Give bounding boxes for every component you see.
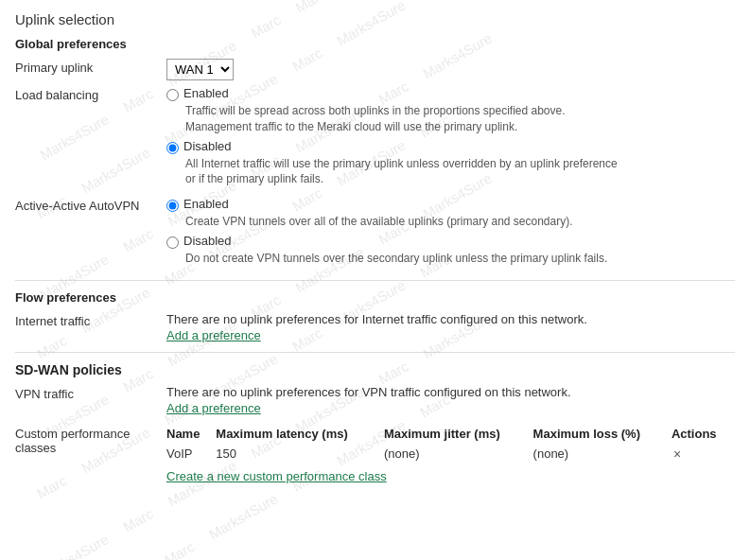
active-active-autovpn-row: Active-Active AutoVPN Enabled Create VPN…: [15, 197, 735, 271]
vpn-traffic-label: VPN traffic: [15, 385, 166, 401]
col-name: Name: [166, 425, 216, 445]
vpn-traffic-no-pref: There are no uplink preferences for VPN …: [166, 385, 735, 399]
primary-uplink-row: Primary uplink WAN 1 WAN 2: [15, 59, 735, 80]
internet-add-preference-link[interactable]: Add a preference: [166, 328, 261, 342]
active-active-autovpn-content: Enabled Create VPN tunnels over all of t…: [166, 197, 735, 271]
load-balancing-disabled-radio[interactable]: [166, 142, 179, 154]
custom-performance-classes-row: Custom performance classes Name Maximum …: [15, 425, 735, 483]
col-max-loss: Maximum loss (%): [533, 425, 672, 445]
cell-max-jitter: (none): [384, 445, 533, 464]
primary-uplink-label: Primary uplink: [15, 59, 166, 75]
load-balancing-label: Load balancing: [15, 86, 166, 102]
autovpn-disabled-radio[interactable]: [166, 236, 179, 249]
vpn-traffic-row: VPN traffic There are no uplink preferen…: [15, 385, 735, 415]
vpn-add-preference-link[interactable]: Add a preference: [166, 401, 261, 415]
internet-traffic-row: Internet traffic There are no uplink pre…: [15, 312, 735, 342]
custom-performance-classes-label: Custom performance classes: [15, 425, 166, 455]
performance-classes-table: Name Maximum latency (ms) Maximum jitter…: [166, 425, 735, 464]
col-actions: Actions: [672, 425, 735, 445]
cell-actions: ×: [672, 445, 735, 464]
col-max-latency: Maximum latency (ms): [216, 425, 384, 445]
load-balancing-enabled-label: Enabled: [183, 86, 229, 100]
load-balancing-row: Load balancing Enabled Traffic will be s…: [15, 86, 735, 191]
autovpn-disabled-row: Disabled: [166, 234, 735, 249]
primary-uplink-content: WAN 1 WAN 2: [166, 59, 735, 80]
perf-table-body: VoIP 150 (none) (none) ×: [166, 445, 735, 464]
vpn-traffic-content: There are no uplink preferences for VPN …: [166, 385, 735, 415]
internet-traffic-no-pref: There are no uplink preferences for Inte…: [166, 312, 735, 326]
autovpn-enabled-radio[interactable]: [166, 200, 179, 212]
autovpn-disabled-desc: Do not create VPN tunnels over the secon…: [185, 251, 735, 267]
autovpn-enabled-desc: Create VPN tunnels over all of the avail…: [185, 214, 735, 230]
cell-max-latency: 150: [216, 445, 384, 464]
load-balancing-enabled-radio[interactable]: [166, 89, 179, 101]
cell-max-loss: (none): [533, 445, 672, 464]
flow-preferences-label: Flow preferences: [15, 290, 735, 305]
load-balancing-content: Enabled Traffic will be spread across bo…: [166, 86, 735, 191]
sdwan-policies-label: SD-WAN policies: [15, 362, 735, 377]
cell-name: VoIP: [166, 445, 216, 464]
autovpn-enabled-label: Enabled: [183, 197, 229, 211]
autovpn-enabled-row: Enabled: [166, 197, 735, 212]
load-balancing-disabled-row: Disabled: [166, 139, 735, 154]
load-balancing-enabled-desc: Traffic will be spread across both uplin…: [185, 103, 735, 135]
internet-traffic-content: There are no uplink preferences for Inte…: [166, 312, 735, 342]
perf-table-header-row: Name Maximum latency (ms) Maximum jitter…: [166, 425, 735, 445]
custom-performance-classes-content: Name Maximum latency (ms) Maximum jitter…: [166, 425, 735, 483]
internet-traffic-label: Internet traffic: [15, 312, 166, 328]
load-balancing-enabled-row: Enabled: [166, 86, 735, 101]
autovpn-disabled-label: Disabled: [183, 234, 232, 248]
load-balancing-disabled-label: Disabled: [183, 139, 232, 153]
create-performance-class-link[interactable]: Create a new custom performance class: [166, 469, 387, 483]
divider-2: [15, 352, 735, 353]
page-title: Uplink selection: [15, 11, 735, 27]
divider-1: [15, 280, 735, 281]
table-row: VoIP 150 (none) (none) ×: [166, 445, 735, 464]
delete-row-button[interactable]: ×: [672, 446, 683, 462]
active-active-autovpn-label: Active-Active AutoVPN: [15, 197, 166, 213]
col-max-jitter: Maximum jitter (ms): [384, 425, 533, 445]
primary-uplink-select[interactable]: WAN 1 WAN 2: [166, 59, 234, 80]
global-preferences-label: Global preferences: [15, 37, 735, 51]
perf-table-header: Name Maximum latency (ms) Maximum jitter…: [166, 425, 735, 445]
load-balancing-disabled-desc: All Internet traffic will use the primar…: [185, 156, 735, 188]
